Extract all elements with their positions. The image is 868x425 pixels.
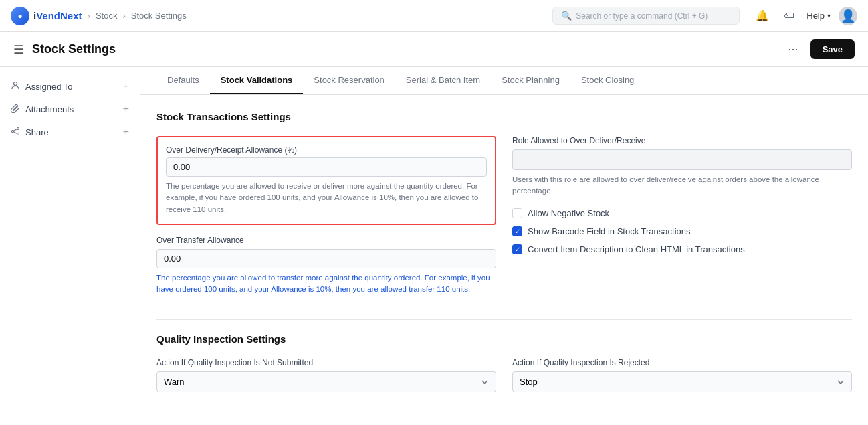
allow-negative-stock-checkbox[interactable] bbox=[512, 208, 522, 218]
assigned-to-plus-icon[interactable]: + bbox=[123, 80, 129, 92]
avatar[interactable]: 👤 bbox=[839, 7, 857, 25]
quality-inspection-title: Quality Inspection Settings bbox=[156, 333, 852, 345]
svg-point-2 bbox=[12, 130, 14, 132]
sidebar: Assigned To + Attachments + Share + bbox=[0, 67, 140, 425]
help-button[interactable]: Help ▾ bbox=[806, 11, 831, 21]
action-not-submitted-label: Action If Quality Inspection Is Not Subm… bbox=[156, 358, 496, 367]
content-area: Defaults Stock Validations Stock Reserva… bbox=[140, 67, 868, 425]
breadcrumb-sep-1: › bbox=[88, 11, 90, 21]
stock-transactions-grid: Over Delivery/Receipt Allowance (%) The … bbox=[156, 136, 852, 306]
share-icon bbox=[11, 126, 20, 138]
help-label: Help bbox=[806, 11, 825, 21]
tab-stock-closing[interactable]: Stock Closing bbox=[570, 67, 645, 94]
tab-stock-planning[interactable]: Stock Planning bbox=[491, 67, 570, 94]
over-transfer-label: Over Transfer Allowance bbox=[156, 236, 496, 245]
svg-point-0 bbox=[14, 82, 17, 85]
search-icon: 🔍 bbox=[561, 11, 572, 21]
sidebar-item-assigned-to-label: Assigned To bbox=[25, 82, 118, 92]
breadcrumb-stock[interactable]: Stock bbox=[96, 11, 118, 21]
tag-icon[interactable]: 🏷 bbox=[780, 7, 798, 25]
role-allowed-description: Users with this role are allowed to over… bbox=[512, 174, 852, 197]
avatar-image: 👤 bbox=[841, 9, 855, 23]
sidebar-item-attachments[interactable]: Attachments + bbox=[0, 98, 140, 120]
nav-icons: 🔔 🏷 Help ▾ 👤 bbox=[753, 7, 857, 25]
attachments-icon bbox=[11, 104, 20, 115]
left-column: Over Delivery/Receipt Allowance (%) The … bbox=[156, 136, 496, 306]
quality-inspection-grid: Action If Quality Inspection Is Not Subm… bbox=[156, 358, 852, 392]
search-placeholder: Search or type a command (Ctrl + G) bbox=[576, 11, 708, 21]
role-allowed-field-group: Role Allowed to Over Deliver/Receive Use… bbox=[512, 136, 852, 197]
search-bar[interactable]: 🔍 Search or type a command (Ctrl + G) bbox=[552, 7, 740, 25]
quality-inspection-section: Quality Inspection Settings Action If Qu… bbox=[156, 319, 852, 392]
more-options-button[interactable]: ··· bbox=[783, 39, 804, 59]
action-not-submitted-select[interactable]: Warn Stop bbox=[156, 371, 496, 392]
section-divider bbox=[156, 319, 852, 320]
role-allowed-input[interactable] bbox=[512, 149, 852, 170]
sidebar-item-share[interactable]: Share + bbox=[0, 120, 140, 143]
over-delivery-field-group: Over Delivery/Receipt Allowance (%) The … bbox=[156, 136, 496, 225]
page-title: Stock Settings bbox=[32, 42, 783, 56]
breadcrumb-stock-settings[interactable]: Stock Settings bbox=[131, 11, 187, 21]
main-layout: Assigned To + Attachments + Share + Defa… bbox=[0, 67, 868, 425]
allow-negative-stock-group: Allow Negative Stock bbox=[512, 208, 852, 218]
convert-item-desc-checkbox[interactable]: ✓ bbox=[512, 244, 522, 254]
tab-defaults[interactable]: Defaults bbox=[156, 67, 210, 94]
sidebar-item-assigned-to[interactable]: Assigned To + bbox=[0, 75, 140, 98]
save-button[interactable]: Save bbox=[810, 39, 855, 59]
sidebar-item-share-label: Share bbox=[25, 127, 118, 137]
tab-stock-reservation[interactable]: Stock Reservation bbox=[303, 67, 395, 94]
quality-right-col: Action If Quality Inspection Is Rejected… bbox=[512, 358, 852, 392]
logo-text: iVendNext bbox=[33, 10, 82, 21]
svg-point-1 bbox=[17, 127, 19, 129]
content-body: Stock Transactions Settings Over Deliver… bbox=[140, 95, 868, 408]
header-actions: ··· Save bbox=[783, 39, 855, 59]
convert-item-desc-group: ✓ Convert Item Description to Clean HTML… bbox=[512, 244, 852, 254]
role-allowed-label: Role Allowed to Over Deliver/Receive bbox=[512, 136, 852, 145]
over-delivery-description: The percentage you are allowed to receiv… bbox=[166, 181, 487, 216]
over-transfer-field-group: Over Transfer Allowance The percentage y… bbox=[156, 236, 496, 296]
svg-point-3 bbox=[17, 133, 19, 135]
over-delivery-label: Over Delivery/Receipt Allowance (%) bbox=[166, 145, 487, 155]
allow-negative-stock-label[interactable]: Allow Negative Stock bbox=[528, 208, 609, 218]
sidebar-item-attachments-label: Attachments bbox=[25, 104, 118, 114]
show-barcode-group: ✓ Show Barcode Field in Stock Transactio… bbox=[512, 226, 852, 236]
notification-icon[interactable]: 🔔 bbox=[753, 7, 772, 25]
show-barcode-checkbox[interactable]: ✓ bbox=[512, 226, 522, 236]
action-rejected-label: Action If Quality Inspection Is Rejected bbox=[512, 358, 852, 367]
help-chevron-icon: ▾ bbox=[827, 12, 831, 19]
tab-stock-validations[interactable]: Stock Validations bbox=[210, 67, 304, 94]
hamburger-icon[interactable]: ☰ bbox=[13, 42, 24, 57]
breadcrumb-sep-2: › bbox=[122, 11, 125, 21]
attachments-plus-icon[interactable]: + bbox=[123, 103, 129, 115]
page-header: ☰ Stock Settings ··· Save bbox=[0, 32, 868, 67]
action-rejected-select[interactable]: Warn Stop bbox=[512, 371, 852, 392]
logo[interactable]: ● iVendNext bbox=[11, 7, 82, 25]
top-navigation: ● iVendNext › Stock › Stock Settings 🔍 S… bbox=[0, 0, 868, 32]
tab-bar: Defaults Stock Validations Stock Reserva… bbox=[140, 67, 868, 95]
assigned-to-icon bbox=[11, 81, 20, 92]
show-barcode-label[interactable]: Show Barcode Field in Stock Transactions bbox=[528, 226, 691, 236]
over-delivery-input[interactable] bbox=[166, 157, 487, 177]
share-plus-icon[interactable]: + bbox=[123, 126, 129, 138]
stock-transactions-section-title: Stock Transactions Settings bbox=[156, 111, 852, 122]
logo-icon: ● bbox=[11, 7, 29, 25]
tab-serial-batch-item[interactable]: Serial & Batch Item bbox=[395, 67, 491, 94]
over-transfer-description: The percentage you are allowed to transf… bbox=[156, 272, 496, 296]
right-column: Role Allowed to Over Deliver/Receive Use… bbox=[512, 136, 852, 306]
convert-item-desc-label[interactable]: Convert Item Description to Clean HTML i… bbox=[528, 244, 745, 254]
quality-left-col: Action If Quality Inspection Is Not Subm… bbox=[156, 358, 496, 392]
over-transfer-input[interactable] bbox=[156, 249, 496, 268]
